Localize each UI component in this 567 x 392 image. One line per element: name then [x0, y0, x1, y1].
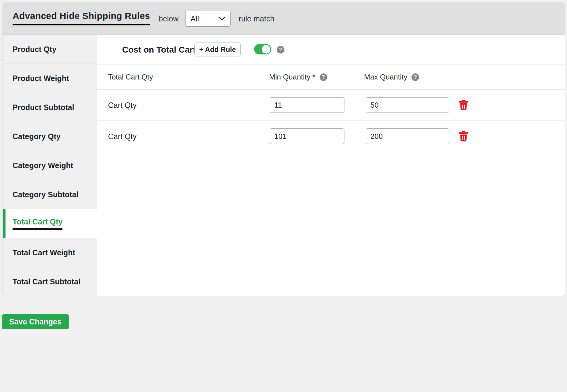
help-icon[interactable]: ? [411, 73, 419, 81]
chevron-down-icon [219, 17, 225, 21]
rule-row: Cart Qty [97, 90, 565, 121]
column-header-min-quantity: Min Quantity * ? [269, 73, 327, 81]
sidebar-item-label: Product Qty [13, 45, 56, 54]
toggle-knob [262, 45, 270, 54]
below-label: below [159, 14, 178, 23]
add-rule-button[interactable]: + Add Rule [194, 42, 241, 57]
rules-table-header: Total Cart Qty Min Quantity * ? Max Quan… [97, 65, 565, 90]
trash-icon [459, 131, 468, 142]
sidebar-item-label: Total Cart Weight [13, 248, 75, 257]
sidebar-item-label: Category Qty [13, 132, 61, 141]
sidebar-item-product-weight[interactable]: Product Weight [3, 64, 97, 93]
sidebar-item-category-subtotal[interactable]: Category Subtotal [3, 180, 97, 209]
sidebar-item-category-qty[interactable]: Category Qty [3, 122, 97, 151]
sidebar: Product Qty Product Weight Product Subto… [3, 35, 97, 296]
sidebar-item-product-subtotal[interactable]: Product Subtotal [3, 93, 97, 122]
sidebar-item-label: Category Weight [13, 161, 73, 170]
rule-row: Cart Qty [97, 121, 565, 152]
column-label: Max Quantity [364, 73, 407, 81]
section-enabled-toggle[interactable] [254, 44, 271, 54]
help-icon[interactable]: ? [277, 46, 284, 54]
column-header-max-quantity: Max Quantity ? [364, 73, 419, 81]
page: Advanced Hide Shipping Rules below All r… [0, 0, 567, 392]
min-quantity-input[interactable] [270, 97, 344, 113]
sidebar-item-total-cart-weight[interactable]: Total Cart Weight [3, 238, 97, 267]
rule-type-label: Cart Qty [108, 101, 137, 109]
content-area: Product Qty Product Weight Product Subto… [3, 35, 565, 296]
sidebar-item-label: Product Subtotal [13, 103, 74, 112]
section-header: Cost on Total Cart Qty + Add Rule ? [97, 35, 565, 65]
rule-match-select-value: All [190, 14, 199, 23]
column-header-total-cart-qty: Total Cart Qty [108, 73, 153, 81]
sidebar-item-label: Product Weight [13, 74, 69, 83]
save-changes-button[interactable]: Save Changes [2, 314, 69, 329]
header-bar: Advanced Hide Shipping Rules below All r… [3, 3, 565, 35]
max-quantity-input[interactable] [366, 128, 449, 144]
sidebar-item-total-cart-subtotal[interactable]: Total Cart Subtotal [3, 267, 97, 296]
sidebar-item-total-cart-qty[interactable]: Total Cart Qty [3, 209, 97, 238]
column-label: Total Cart Qty [108, 73, 153, 81]
min-quantity-input[interactable] [270, 128, 344, 144]
rule-match-label: rule match [238, 14, 274, 23]
column-label: Min Quantity * [269, 73, 315, 81]
trash-icon [459, 99, 468, 110]
sidebar-item-label: Total Cart Qty [13, 217, 62, 230]
main-panel: Cost on Total Cart Qty + Add Rule ? Tota… [97, 35, 565, 296]
sidebar-item-label: Category Subtotal [13, 190, 78, 199]
max-quantity-input[interactable] [366, 97, 449, 113]
settings-panel: Advanced Hide Shipping Rules below All r… [2, 2, 565, 296]
page-title: Advanced Hide Shipping Rules [13, 11, 150, 25]
rule-type-label: Cart Qty [108, 132, 137, 141]
rule-match-select[interactable]: All [185, 11, 231, 27]
sidebar-item-label: Total Cart Subtotal [13, 277, 81, 286]
help-icon[interactable]: ? [320, 73, 327, 81]
delete-rule-button[interactable] [458, 99, 469, 111]
sidebar-item-category-weight[interactable]: Category Weight [3, 151, 97, 180]
sidebar-item-product-qty[interactable]: Product Qty [3, 35, 97, 64]
delete-rule-button[interactable] [458, 131, 469, 142]
